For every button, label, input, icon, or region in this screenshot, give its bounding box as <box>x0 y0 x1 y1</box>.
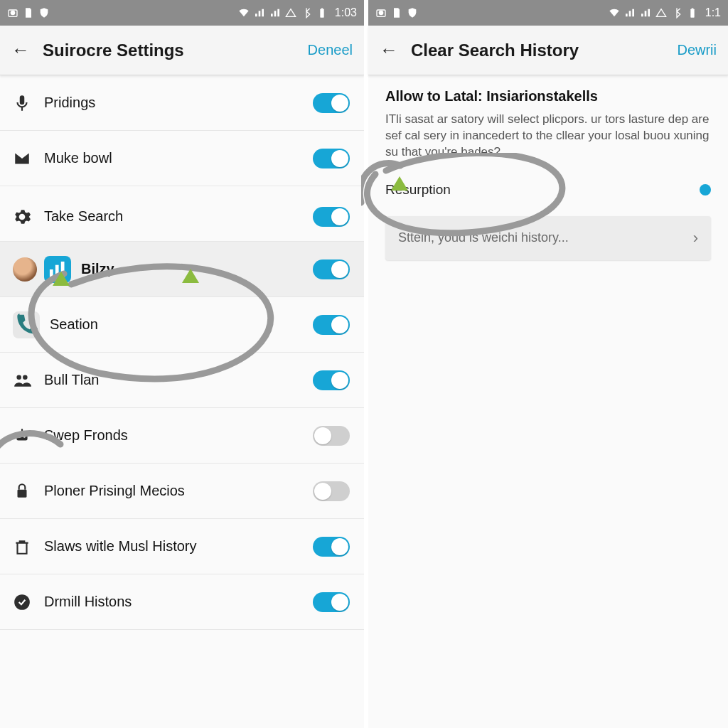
toggle[interactable] <box>313 93 350 113</box>
svg-rect-18 <box>691 8 693 9</box>
battery-icon <box>316 7 328 18</box>
clear-history-card[interactable]: Sttein, youd is weichi history... › <box>385 216 711 260</box>
toggle[interactable] <box>313 481 350 501</box>
mic-icon <box>13 94 44 112</box>
phone-right: 1:1 ← Clear Search History Dewrii Allow … <box>364 0 728 728</box>
lock-icon <box>13 482 44 500</box>
phone-icon <box>13 311 40 338</box>
svg-point-8 <box>23 375 28 380</box>
section-description: ITli sasat ar satory will select plicpor… <box>385 112 711 161</box>
signal-icon <box>624 7 636 18</box>
settings-row[interactable]: Bilzy <box>0 242 364 297</box>
sd-icon <box>391 7 402 18</box>
mail-icon <box>13 149 44 168</box>
camera-icon <box>7 7 18 18</box>
signal-empty-icon <box>285 7 296 18</box>
clock-text: 1:03 <box>335 6 357 19</box>
signal-icon <box>269 7 281 18</box>
app-bars-icon <box>44 256 71 283</box>
toggle[interactable] <box>313 259 350 279</box>
row-label: Seation <box>50 316 98 333</box>
back-button[interactable]: ← <box>11 39 30 61</box>
settings-row[interactable]: Seation <box>0 297 364 353</box>
svg-rect-17 <box>690 9 694 18</box>
settings-row[interactable]: Take Search <box>0 186 364 242</box>
clock-text: 1:1 <box>705 6 721 19</box>
toggle[interactable] <box>313 149 350 168</box>
option-label: Resurption <box>385 182 451 198</box>
svg-rect-6 <box>61 261 65 277</box>
back-button[interactable]: ← <box>380 39 398 61</box>
svg-point-7 <box>16 375 21 380</box>
option-resumption[interactable]: Resurption <box>385 173 711 216</box>
chevron-right-icon: › <box>693 229 698 247</box>
svg-point-0 <box>11 11 16 16</box>
settings-list: PridingsMuke bowlTake SearchBilzySeation… <box>0 75 364 728</box>
toggle[interactable] <box>313 592 350 612</box>
shield-icon <box>407 7 418 18</box>
radio-selected-icon <box>700 184 711 196</box>
bluetooth-icon <box>671 7 682 18</box>
avatar <box>13 257 37 282</box>
row-label: Muke bowl <box>44 150 112 166</box>
row-label: Drmill Histons <box>44 594 132 610</box>
content: Allow to Latal: Insiarionstakells ITli s… <box>368 75 728 273</box>
page-title: Suirocre Settings <box>43 41 184 60</box>
camera-icon <box>375 7 387 18</box>
gear-dark-icon <box>13 208 44 226</box>
svg-rect-3 <box>321 8 323 9</box>
row-label: Swep Fronds <box>44 427 128 444</box>
row-label: Take Search <box>44 208 123 225</box>
svg-rect-2 <box>320 9 323 18</box>
settings-row[interactable]: Ploner Prisingl Mecios <box>0 464 364 519</box>
settings-row[interactable]: Swep Fronds <box>0 408 364 464</box>
signal-empty-icon <box>655 7 667 18</box>
sd-icon <box>23 7 34 18</box>
svg-point-15 <box>379 11 384 16</box>
appbar-action[interactable]: Deneel <box>308 42 353 58</box>
battery-icon <box>687 7 698 18</box>
settings-row[interactable]: Muke bowl <box>0 131 364 186</box>
svg-point-11 <box>23 435 26 437</box>
status-bar: 1:1 <box>368 0 728 26</box>
section-heading: Allow to Latal: Insiarionstakells <box>385 88 711 105</box>
robot-icon <box>13 427 44 445</box>
app-bar: ← Suirocre Settings Deneel <box>0 26 364 75</box>
appbar-action[interactable]: Dewrii <box>677 42 717 58</box>
toggle[interactable] <box>313 370 350 390</box>
row-label: Slaws witle Musl History <box>44 538 196 555</box>
people-icon <box>13 371 44 390</box>
svg-point-10 <box>18 435 21 437</box>
signal-icon <box>640 7 651 18</box>
wifi-icon <box>609 7 620 18</box>
svg-rect-13 <box>18 489 27 497</box>
toggle[interactable] <box>313 426 350 446</box>
phone-left: 1:03 ← Suirocre Settings Deneel Pridings… <box>0 0 364 728</box>
trash-icon <box>13 537 44 556</box>
svg-rect-9 <box>16 432 27 440</box>
signal-icon <box>254 7 265 18</box>
check-icon <box>13 593 44 611</box>
row-label: Ploner Prisingl Mecios <box>44 483 185 499</box>
page-title: Clear Search History <box>411 41 579 60</box>
svg-rect-5 <box>55 264 59 277</box>
card-text: Sttein, youd is weichi history... <box>398 230 569 245</box>
shield-icon <box>38 7 50 18</box>
svg-rect-4 <box>50 269 53 277</box>
settings-row[interactable]: Drmill Histons <box>0 574 364 630</box>
settings-row[interactable]: Pridings <box>0 75 364 131</box>
settings-row[interactable]: Slaws witle Musl History <box>0 519 364 574</box>
toggle[interactable] <box>313 207 350 227</box>
row-label: Pridings <box>44 95 95 111</box>
app-bar: ← Clear Search History Dewrii <box>368 26 728 75</box>
toggle[interactable] <box>313 537 350 557</box>
wifi-icon <box>238 7 250 18</box>
row-label: Bull Tlan <box>44 372 99 388</box>
settings-row[interactable]: Bull Tlan <box>0 353 364 408</box>
svg-point-14 <box>14 594 30 610</box>
status-bar: 1:03 <box>0 0 364 26</box>
toggle[interactable] <box>313 315 350 335</box>
row-label: Bilzy <box>81 261 114 277</box>
bluetooth-icon <box>301 7 312 18</box>
svg-rect-12 <box>21 429 23 432</box>
